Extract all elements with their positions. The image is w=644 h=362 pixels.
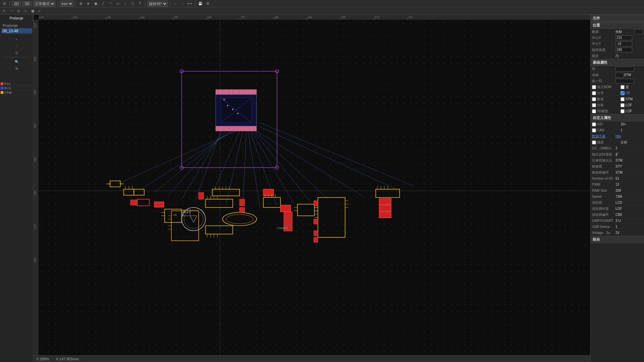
row-usb: USB Device 1 bbox=[591, 224, 644, 230]
draw-line-icon[interactable]: ╱ bbox=[100, 1, 106, 7]
bom-checkbox[interactable] bbox=[592, 85, 596, 89]
flip-h-icon[interactable]: ↔ bbox=[172, 1, 178, 7]
row-footprint: 封装 LOF bbox=[591, 102, 644, 108]
refdes-checkbox2[interactable] bbox=[621, 91, 625, 95]
name-input[interactable] bbox=[615, 73, 624, 77]
red-conn-r2[interactable] bbox=[280, 205, 290, 212]
red-conn-far-right2[interactable] bbox=[379, 205, 391, 211]
canvas-area[interactable]: // ruler ticks drawn inline 110 120 130 … bbox=[34, 15, 590, 362]
datasheet-value[interactable]: http bbox=[615, 134, 621, 138]
angle-select[interactable]: 旋转45° bbox=[147, 1, 168, 7]
svg-text:200: 200 bbox=[341, 16, 346, 19]
row-voltage: Voltage - Su 2V bbox=[591, 230, 644, 236]
pin-3-2 bbox=[187, 212, 188, 213]
tree-item-pcb[interactable]: 09_13-48 bbox=[1, 28, 32, 34]
bom-checkbox2[interactable] bbox=[621, 85, 625, 89]
inspect-icon[interactable]: 🔍 bbox=[14, 59, 20, 65]
red-conn-rb1[interactable] bbox=[314, 201, 318, 206]
pad-icon[interactable]: □ bbox=[22, 8, 29, 14]
layer-row-3[interactable]: F.Fab bbox=[0, 90, 33, 95]
fp-checkbox[interactable] bbox=[592, 103, 596, 107]
canvas-content[interactable]: U5 bbox=[39, 20, 590, 355]
red-conn-far-right[interactable] bbox=[379, 198, 391, 204]
draw-circle-icon[interactable]: ○ bbox=[122, 1, 128, 7]
unit-select[interactable]: mm bbox=[60, 1, 73, 7]
can-checkbox[interactable] bbox=[592, 128, 596, 132]
red-conn-r3[interactable] bbox=[284, 212, 292, 218]
via-icon[interactable]: ⊙ bbox=[15, 8, 21, 14]
row-datasheet: 数据手册 http bbox=[591, 133, 644, 139]
route-icon[interactable]: ~ bbox=[8, 8, 14, 14]
3d-checkbox2[interactable] bbox=[621, 109, 625, 113]
cx-input[interactable] bbox=[615, 36, 632, 40]
red-conn-rb3[interactable] bbox=[314, 231, 318, 236]
sep2 bbox=[57, 1, 58, 6]
zoom-out-icon[interactable]: − bbox=[14, 43, 20, 49]
net-inspector-icon[interactable]: ⊞ bbox=[14, 65, 20, 71]
uid-input[interactable] bbox=[615, 79, 634, 83]
zoom-in-icon[interactable]: + bbox=[14, 36, 20, 42]
red-conn-rb4[interactable] bbox=[314, 237, 318, 242]
mirror-icon[interactable]: ⟺ bbox=[187, 1, 193, 7]
ad-checkbox[interactable] bbox=[592, 122, 596, 126]
draw-arc-icon[interactable]: ◠ bbox=[107, 1, 113, 7]
left-panel: Pro/proje Pro/proje 09_13-48 + − ⊡ 🔍 ⊞ F… bbox=[0, 15, 34, 362]
main-toolbar[interactable]: ☰ 2D 3D 正常模式 mm ⊞ ⊕ ▣ ╱ ◠ ▭ ○ ⬡ T 旋转45° … bbox=[0, 0, 644, 7]
draw-rect-icon[interactable]: ▭ bbox=[115, 1, 121, 7]
save-icon[interactable]: 💾 bbox=[197, 1, 203, 7]
settings-icon[interactable]: ⚙ bbox=[205, 1, 211, 7]
red-conn-center[interactable] bbox=[199, 192, 204, 199]
red-conn-rb2[interactable] bbox=[314, 219, 318, 224]
sep4 bbox=[145, 1, 145, 6]
svg-text:220: 220 bbox=[408, 16, 413, 19]
left-panel-tabs[interactable]: Pro/proje bbox=[0, 15, 33, 21]
red-conn-bc[interactable] bbox=[239, 199, 245, 206]
layer-icon[interactable]: ▣ bbox=[93, 1, 99, 7]
pin2 bbox=[232, 109, 233, 110]
flip-v-icon[interactable]: ↕ bbox=[179, 1, 185, 7]
svg-rect-0 bbox=[39, 15, 590, 20]
datasheet-link[interactable]: 数据手册 bbox=[592, 134, 615, 139]
drc-icon[interactable]: ✓ bbox=[37, 8, 43, 14]
text-icon[interactable]: T bbox=[137, 1, 143, 7]
pin3 bbox=[237, 113, 238, 114]
value-checkbox2[interactable] bbox=[621, 97, 625, 101]
secondary-toolbar[interactable]: ↖ ~ ⊙ □ ▩ ✓ bbox=[0, 7, 644, 15]
rotation-input[interactable] bbox=[615, 48, 632, 52]
id-input[interactable] bbox=[615, 67, 634, 71]
layer-row[interactable]: F.Cu bbox=[0, 82, 33, 86]
red-conn-r4[interactable] bbox=[284, 219, 292, 225]
3d-checkbox[interactable] bbox=[592, 109, 596, 113]
mode-select[interactable]: 正常模式 bbox=[33, 1, 55, 7]
menu-icon[interactable]: ☰ bbox=[1, 1, 7, 7]
fp-checkbox2[interactable] bbox=[621, 103, 625, 107]
3d-button[interactable]: 3D bbox=[22, 1, 32, 6]
coord-icon[interactable]: ⊕ bbox=[85, 1, 91, 7]
pcb-canvas[interactable]: U5 bbox=[39, 20, 590, 355]
value-checkbox[interactable] bbox=[592, 97, 596, 101]
layer-row-2[interactable]: B.Cu bbox=[0, 86, 33, 90]
tree-item-root[interactable]: Pro/proje bbox=[1, 23, 32, 28]
connector-left2[interactable] bbox=[154, 202, 164, 207]
fill-icon[interactable]: ▩ bbox=[30, 8, 36, 14]
desc-checkbox[interactable] bbox=[592, 140, 596, 144]
section-custom: 自定义属性 bbox=[591, 114, 644, 121]
row-ad: A/D 16+ bbox=[591, 121, 644, 127]
data-input[interactable] bbox=[634, 29, 643, 34]
grid-icon[interactable]: ⊞ bbox=[78, 1, 84, 7]
zoom-fit-icon[interactable]: ⊡ bbox=[14, 50, 20, 56]
refdes-checkbox[interactable] bbox=[592, 91, 596, 95]
svg-text:210: 210 bbox=[375, 16, 379, 19]
row-id: ID bbox=[591, 66, 644, 72]
cy-input[interactable] bbox=[615, 42, 632, 46]
red-conn-far-right3[interactable] bbox=[379, 212, 391, 218]
svg-text:120: 120 bbox=[73, 16, 77, 19]
svg-rect-35 bbox=[39, 20, 590, 355]
svg-text:-160: -160 bbox=[34, 190, 37, 196]
select-icon[interactable]: ↖ bbox=[1, 8, 7, 14]
red-conn-bc2[interactable] bbox=[239, 207, 245, 213]
row-supplier: 供应商 LCD bbox=[591, 200, 644, 206]
project-tab[interactable]: Pro/proje bbox=[0, 15, 33, 21]
polygon-icon[interactable]: ⬡ bbox=[129, 1, 136, 7]
2d-button[interactable]: 2D bbox=[12, 1, 21, 6]
